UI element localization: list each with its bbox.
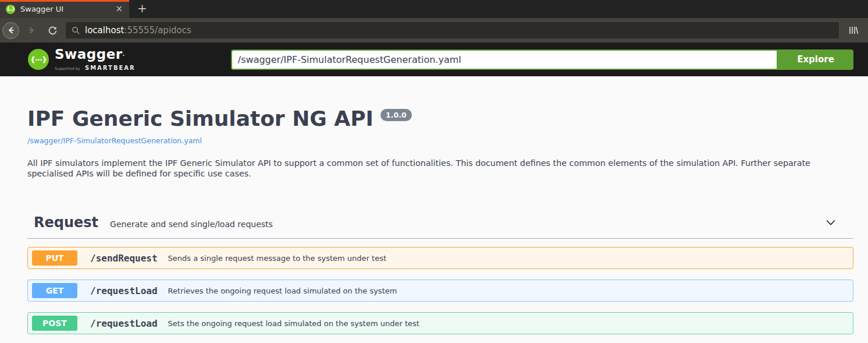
url-bar[interactable]: localhost:55555/apidocs: [66, 22, 839, 38]
swagger-logo-icon: {···}: [28, 49, 49, 70]
library-icon: [848, 25, 859, 36]
reload-button[interactable]: [44, 22, 61, 39]
search-icon: [72, 26, 80, 35]
active-tab-indicator: [0, 0, 129, 2]
swagger-logo-text: Swagger.: [55, 47, 136, 61]
tab-title: Swagger UI: [20, 5, 113, 13]
chevron-down-icon[interactable]: [824, 216, 837, 231]
request-section-header[interactable]: Request Generate and send single/load re…: [27, 214, 853, 239]
method-badge: PUT: [32, 250, 77, 266]
request-section: Request Generate and send single/load re…: [27, 214, 853, 334]
browser-tab-swagger-ui[interactable]: {‥} Swagger UI ×: [0, 0, 129, 18]
operation-summary: Sends a single request message to the sy…: [168, 254, 386, 263]
operation-path: /sendRequest: [90, 253, 158, 264]
method-badge: POST: [32, 316, 77, 331]
swagger-topbar: {···} Swagger. Supported by SMARTBEAR Ex…: [0, 43, 868, 76]
forward-button[interactable]: [23, 22, 40, 39]
method-badge: GET: [32, 283, 77, 298]
tab-close-icon[interactable]: ×: [113, 5, 124, 13]
operation-path: /requestLoad: [90, 285, 158, 296]
operation-summary: Sets the ongoing request load simulated …: [168, 319, 419, 328]
operation-row-post-requestload[interactable]: POST /requestLoad Sets the ongoing reque…: [27, 312, 853, 334]
page-title: IPF Generic Simulator NG API: [27, 108, 373, 130]
library-button[interactable]: [845, 22, 862, 39]
new-tab-button[interactable]: +: [129, 0, 155, 18]
back-arrow-icon: [6, 26, 16, 35]
main-content: IPF Generic Simulator NG API 1.0.0 /swag…: [0, 76, 868, 334]
forward-arrow-icon: [27, 26, 36, 35]
swagger-favicon-icon: {‥}: [6, 5, 15, 14]
browser-navbar: localhost:55555/apidocs: [0, 18, 868, 43]
section-subtitle: Generate and send single/load requests: [110, 220, 273, 229]
spec-link[interactable]: /swagger/IPF-SimulatorRequestGeneration.…: [27, 136, 202, 145]
reload-icon: [48, 26, 58, 36]
swagger-logo: {···} Swagger. Supported by SMARTBEAR: [28, 47, 136, 72]
api-description: All IPF simulators implement the IPF Gen…: [27, 158, 853, 179]
section-title: Request: [34, 214, 98, 231]
operation-summary: Retrieves the ongoing request load simul…: [168, 287, 397, 295]
url-text: localhost:55555/apidocs: [85, 25, 191, 36]
url-host: localhost: [85, 25, 124, 36]
operation-row-get-requestload[interactable]: GET /requestLoad Retrieves the ongoing r…: [27, 280, 853, 302]
operation-row-put-sendrequest[interactable]: PUT /sendRequest Sends a single request …: [27, 247, 853, 269]
browser-tab-bar: {‥} Swagger UI × +: [0, 0, 868, 18]
version-badge: 1.0.0: [380, 109, 412, 121]
operation-path: /requestLoad: [90, 318, 158, 329]
explore-button[interactable]: Explore: [778, 49, 853, 70]
smartbear-label: SMARTBEAR: [85, 65, 136, 71]
spec-url-input[interactable]: [231, 49, 778, 70]
back-button[interactable]: [2, 22, 19, 39]
url-path: :55555/apidocs: [124, 25, 191, 36]
supported-by-label: Supported by: [55, 66, 80, 71]
